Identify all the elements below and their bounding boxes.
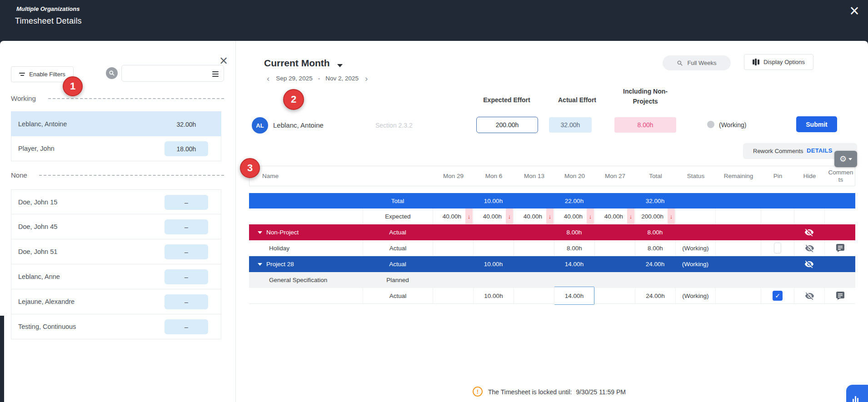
total-hours-cell: 24.00h [635,256,675,272]
search-button[interactable] [106,67,118,79]
row-label: Actual [363,256,433,272]
list-item[interactable]: Leblanc, Antoine 32.00h [11,111,221,136]
page-title: Timesheet Details [15,16,82,26]
search-icon [677,60,683,66]
full-weeks-label: Full Weeks [687,60,716,66]
timesheet-details-dialog: Multiple Organizations Timesheet Details… [0,0,868,402]
comment-icon[interactable] [836,291,845,300]
status-cell: (Working) [675,256,715,272]
display-options-button[interactable]: Display Options [744,54,813,70]
pin-checkbox[interactable] [774,243,781,253]
member-name: Doe, John 45 [18,223,57,230]
submit-button[interactable]: Submit [796,116,837,132]
member-name: Player, John [18,145,55,152]
list-item[interactable]: Leblanc, Anne – [11,264,221,289]
grid-settings-button[interactable]: ⚙ [834,151,857,167]
eye-off-icon[interactable] [804,228,814,237]
member-hours: 18.00h [165,141,208,156]
hours-input-cell[interactable]: 14.00h [554,287,594,305]
column-header-name: Name [249,166,363,186]
prev-period-icon[interactable]: ‹ [266,74,270,83]
decrease-arrow-icon: ↓ [546,208,554,224]
avatar: AL [252,117,268,134]
grid-row-expected: Expected 40.00h ↓ 40.00h ↓ 40.00h ↓ 40.0… [249,208,855,224]
expected-hours-cell: 40.00h ↓ [554,208,594,224]
date-range-end: Nov 2, 2025 [325,75,359,82]
column-header-week: Mon 27 [595,166,635,186]
expected-effort-input[interactable] [476,117,538,133]
rework-comments-button[interactable]: Rework Comments [753,148,803,154]
expected-hours-cell: 40.00h ↓ [473,208,514,224]
columns-icon [753,59,759,65]
period-dropdown[interactable]: Current Month [264,58,330,69]
list-item[interactable]: Doe, John 51 – [11,239,221,264]
status-cell: (Working) [675,288,715,303]
close-icon[interactable]: × [844,1,864,21]
expected-total-cell: 200.00h ↓ [635,208,675,224]
collapse-icon[interactable] [258,231,262,234]
task-name-cell: Holiday [249,240,363,256]
decrease-arrow-icon: ↓ [587,208,594,224]
breadcrumb: Multiple Organizations [16,5,80,12]
display-options-label: Display Options [763,59,805,65]
eye-off-icon[interactable] [804,259,814,269]
menu-icon[interactable] [212,71,219,77]
member-name: Leblanc, Anne [18,273,60,280]
row-label: Expected [363,208,433,224]
timesheet-user-name: Leblanc, Antoine [273,121,324,129]
group-label-none: None [11,171,27,179]
actual-effort-header: Actual Effort [543,96,611,104]
member-search-input[interactable] [126,67,206,79]
panel-divider [235,41,236,402]
none-divider [39,175,224,176]
list-item[interactable]: Doe, John 45 – [11,214,221,239]
hours-cell: 8.00h [554,224,594,240]
grid-row-project-28: Project 28 Actual 10.00h 14.00h 24.00h (… [249,256,855,272]
row-label: Actual [363,288,433,303]
chevron-down-icon[interactable] [337,64,343,67]
column-header-hide: Hide [794,166,825,186]
list-item[interactable]: Doe, John 15 – [11,189,221,214]
pin-checkbox-checked[interactable]: ✓ [773,291,783,301]
enable-filters-button[interactable]: Enable Filters [11,66,74,82]
search-icon [109,70,115,76]
comment-icon[interactable] [836,243,845,253]
full-weeks-toggle[interactable]: Full Weeks [663,55,731,70]
member-name: Doe, John 15 [18,199,57,206]
locked-message: The Timesheet is locked until: 9/30/25 1… [488,388,626,396]
task-name-cell: General Specification [249,272,363,288]
member-hours: – [165,294,208,309]
next-period-icon[interactable]: › [364,74,369,83]
group-name-cell[interactable]: Non-Project [249,224,363,240]
group-name-cell[interactable]: Project 28 [249,256,363,272]
hours-cell: 8.00h [554,240,594,256]
status-dot-icon [707,121,714,128]
member-hours: 32.00h [165,117,208,132]
date-range-nav: ‹ Sep 29, 2025 - Nov 2, 2025 › [266,74,369,83]
list-item[interactable]: Testing, Continuous – [11,314,221,339]
eye-off-icon[interactable] [805,243,814,253]
column-header-total: Total [635,166,676,186]
list-item[interactable]: Lejaune, Alexandre – [11,289,221,314]
total-hours-cell: 24.00h [635,288,675,303]
member-hours: – [165,269,208,284]
chart-corner-button[interactable] [846,385,868,402]
gear-icon: ⚙ [839,155,847,163]
column-header-week: Mon 6 [474,166,514,186]
details-link[interactable]: DETAILS [807,147,833,154]
status-cell: (Working) [675,240,715,256]
annotation-badge-2: 2 [283,89,304,110]
date-range-start: Sep 29, 2025 [276,75,312,82]
list-item[interactable]: Player, John 18.00h [11,136,221,161]
grid-row-holiday: Holiday Actual 8.00h 8.00h (Working) [249,240,855,256]
eye-off-icon[interactable] [805,291,814,301]
backdrop-sliver [0,316,4,402]
decrease-arrow-icon: ↓ [627,208,634,224]
collapse-icon[interactable] [258,263,262,266]
total-hours-cell: 32.00h [635,193,675,208]
timesheet-status: (Working) [719,121,746,129]
annotation-badge-3: 3 [240,158,260,178]
row-label: Actual [363,240,433,256]
column-header-pin: Pin [761,166,794,186]
none-list: Doe, John 15 – Doe, John 45 – Doe, John … [11,189,221,339]
